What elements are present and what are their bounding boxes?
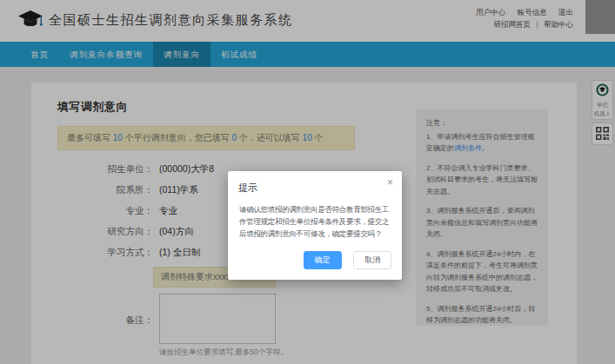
cancel-button[interactable]: 取消 xyxy=(353,251,391,269)
dialog-title: 提示 xyxy=(238,182,257,193)
dialog-body-text: 请确认您填报的调剂意向是否符合教育部招生工作管理规定和招生单位报考条件及要求，提… xyxy=(228,198,402,243)
dialog-header: 提示 × xyxy=(228,171,402,198)
confirm-dialog: 提示 × 请确认您填报的调剂意向是否符合教育部招生工作管理规定和招生单位报考条件… xyxy=(228,171,402,280)
confirm-button[interactable]: 确定 xyxy=(304,251,342,269)
dialog-footer: 确定 取消 xyxy=(228,243,402,280)
close-icon[interactable]: × xyxy=(387,177,393,188)
